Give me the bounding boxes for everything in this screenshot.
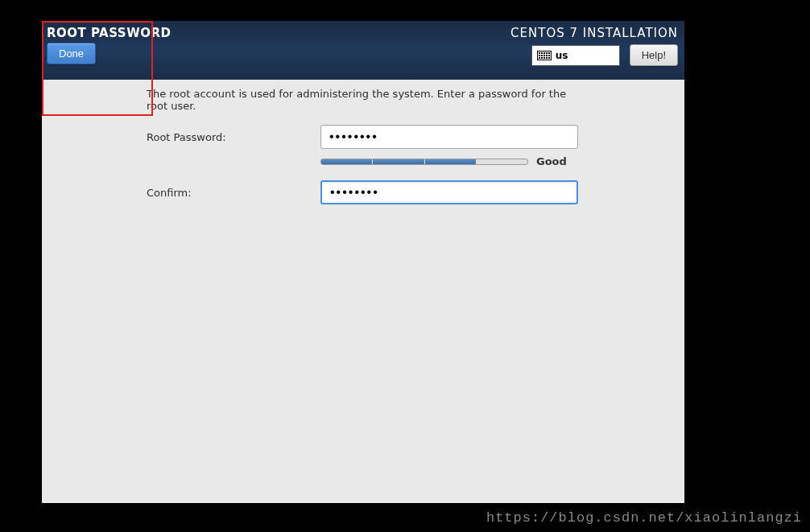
page-title: ROOT PASSWORD bbox=[47, 26, 171, 40]
password-strength-meter bbox=[320, 159, 528, 165]
keyboard-icon bbox=[537, 51, 552, 60]
install-title: CENTOS 7 INSTALLATION bbox=[510, 26, 678, 40]
keyboard-layout-label: us bbox=[556, 50, 568, 61]
header-left: ROOT PASSWORD Done bbox=[47, 26, 171, 73]
done-button[interactable]: Done bbox=[47, 43, 96, 64]
strength-segment bbox=[321, 159, 373, 164]
confirm-row: Confirm: bbox=[147, 180, 580, 204]
root-password-input[interactable] bbox=[320, 125, 578, 149]
header-right-row: us Help! bbox=[531, 44, 678, 66]
password-row: Root Password: bbox=[147, 125, 580, 149]
header-bar: ROOT PASSWORD Done CENTOS 7 INSTALLATION… bbox=[42, 21, 684, 80]
help-button[interactable]: Help! bbox=[630, 44, 678, 66]
strength-segment bbox=[373, 159, 424, 164]
header-right: CENTOS 7 INSTALLATION us Help! bbox=[510, 26, 678, 73]
password-label: Root Password: bbox=[147, 131, 320, 143]
keyboard-layout-selector[interactable]: us bbox=[531, 45, 620, 66]
confirm-label: Confirm: bbox=[147, 187, 320, 199]
description-text: The root account is used for administeri… bbox=[147, 88, 580, 112]
strength-label: Good bbox=[536, 155, 567, 167]
strength-row: Good bbox=[320, 155, 580, 167]
content-area: The root account is used for administeri… bbox=[42, 80, 684, 204]
strength-segment bbox=[425, 159, 477, 164]
watermark-text: https://blog.csdn.net/xiaolinlangzi bbox=[486, 510, 802, 526]
confirm-password-input[interactable] bbox=[320, 180, 578, 204]
strength-segment bbox=[477, 159, 527, 164]
installer-window: ROOT PASSWORD Done CENTOS 7 INSTALLATION… bbox=[42, 21, 684, 503]
